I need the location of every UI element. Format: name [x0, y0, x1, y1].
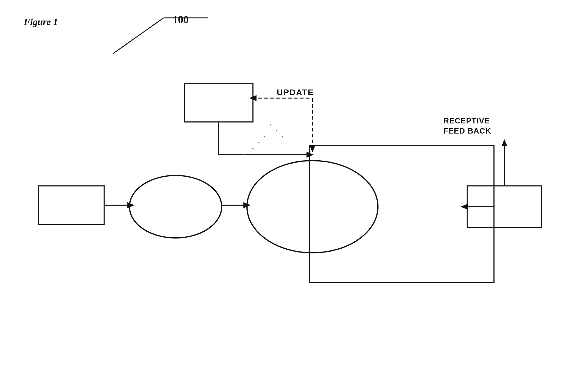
diagram-svg: [0, 0, 588, 378]
svg-point-27: [243, 154, 245, 155]
svg-point-3: [129, 175, 222, 238]
svg-point-25: [258, 142, 259, 143]
svg-point-26: [282, 136, 283, 137]
svg-point-24: [252, 148, 254, 149]
svg-marker-18: [461, 204, 468, 210]
svg-point-21: [270, 124, 271, 126]
diagram-container: Figure 1 100 102 104 106 108 UPDATE RECE…: [0, 0, 588, 378]
svg-rect-5: [39, 186, 104, 225]
svg-point-23: [264, 136, 265, 137]
svg-marker-14: [309, 145, 315, 152]
svg-marker-12: [306, 152, 314, 158]
svg-point-4: [247, 161, 378, 253]
svg-point-22: [276, 130, 277, 131]
svg-marker-20: [501, 139, 507, 146]
svg-rect-2: [184, 83, 253, 122]
svg-line-0: [113, 18, 164, 54]
